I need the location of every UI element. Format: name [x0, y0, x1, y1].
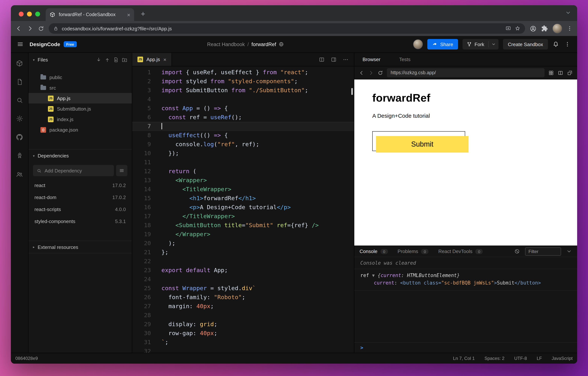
user-avatar[interactable] [413, 39, 423, 49]
close-window-button[interactable] [19, 12, 24, 16]
dependency-react[interactable]: react17.0.2 [29, 179, 132, 191]
code-line-24[interactable]: 24 [132, 275, 354, 284]
back-button[interactable] [15, 25, 22, 32]
live-users-icon[interactable] [16, 171, 23, 178]
tab-close-icon[interactable]: × [127, 12, 130, 17]
editor-tab-close-icon[interactable]: × [163, 56, 166, 62]
cursor-position[interactable]: Ln 7, Col 1 [453, 356, 475, 361]
preview-url-bar[interactable]: https://ozkzg.csb.app/ [387, 68, 545, 77]
deployment-rocket-icon[interactable] [16, 152, 23, 159]
new-tab-button[interactable]: + [139, 9, 147, 19]
code-line-28[interactable]: 28 [132, 311, 354, 320]
github-icon[interactable] [16, 133, 23, 141]
dependency-styled-components[interactable]: styled-components5.3.1 [29, 215, 132, 227]
code-line-4[interactable]: 4 [132, 95, 354, 104]
code-line-15[interactable]: 15 <h1>forwardRef</h1> [132, 194, 354, 203]
preview-settings-icon[interactable] [548, 70, 554, 76]
extensions-puzzle-icon[interactable] [541, 25, 548, 32]
collapse-console-chevron-icon[interactable] [566, 249, 572, 254]
code-line-26[interactable]: 26 font-family: "Roboto"; [132, 293, 354, 302]
public-globe-icon[interactable] [279, 42, 284, 47]
upload-files-icon[interactable] [105, 57, 110, 63]
new-file-icon[interactable] [113, 57, 119, 63]
bookmark-star-icon[interactable] [514, 25, 521, 32]
breadcrumb-parent[interactable]: React Handbook [207, 41, 245, 47]
split-view-icon[interactable] [558, 70, 563, 76]
preview-forward-icon[interactable] [368, 70, 374, 76]
download-files-icon[interactable] [96, 57, 102, 63]
code-line-23[interactable]: 23export default App; [132, 266, 354, 275]
user-circle-icon[interactable] [530, 25, 537, 32]
create-sandbox-button[interactable]: Create Sandbox [503, 39, 548, 49]
sandbox-title[interactable]: forwardRef [252, 41, 276, 47]
header-more-icon[interactable] [564, 41, 571, 47]
code-line-8[interactable]: 8 useEffect(() => { [132, 131, 354, 140]
problems-tab[interactable]: Problems 0 [398, 249, 429, 254]
split-editor-icon[interactable] [319, 56, 325, 62]
console-log-entry[interactable]: ref ▼ {current: HTMLButtonElement} curre… [354, 269, 577, 290]
code-line-14[interactable]: 14 <TitleWrapper> [132, 185, 354, 194]
code-line-31[interactable]: 31`; [132, 338, 354, 347]
code-line-5[interactable]: 5const App = () => { [132, 104, 354, 113]
dependency-react-scripts[interactable]: react-scripts4.0.0 [29, 203, 132, 215]
code-line-2[interactable]: 2import styled from "styled-components"; [132, 77, 354, 86]
file-item-SubmitButton.js[interactable]: JSSubmitButton.js [29, 103, 132, 114]
language-mode[interactable]: JavaScript [552, 356, 573, 361]
open-in-new-window-icon[interactable] [567, 70, 573, 76]
console-prompt[interactable]: > [354, 342, 577, 353]
code-area[interactable]: 1import { useRef, useEffect } from "reac… [132, 66, 354, 353]
fork-dropdown-chevron-icon[interactable] [489, 42, 498, 46]
clear-console-icon[interactable] [514, 249, 520, 254]
address-bar[interactable]: codesandbox.io/s/forwardref-ozkzg?file=/… [49, 23, 525, 34]
file-item-src[interactable]: src [29, 82, 132, 93]
code-line-10[interactable]: 10 }); [132, 149, 354, 158]
code-line-16[interactable]: 16 <p>A Design+Code tutorial</p> [132, 203, 354, 212]
file-item-package.json[interactable]: {}package.json [29, 124, 132, 135]
code-line-7[interactable]: 7 [132, 122, 354, 131]
new-folder-icon[interactable] [122, 57, 127, 63]
expand-object-caret-icon[interactable]: ▼ [372, 272, 375, 279]
code-line-22[interactable]: 22 [132, 257, 354, 266]
preview-back-icon[interactable] [359, 70, 364, 76]
code-line-27[interactable]: 27 margin: 40px; [132, 302, 354, 311]
code-line-25[interactable]: 25const Wrapper = styled.div` [132, 284, 354, 293]
code-line-3[interactable]: 3import SubmitButton from "./SubmitButto… [132, 86, 354, 95]
zoom-window-button[interactable] [35, 12, 40, 16]
file-item-public[interactable]: public [29, 72, 132, 82]
dependencies-caret-icon[interactable]: ▾ [33, 154, 35, 158]
external-resources-caret-icon[interactable]: ▸ [33, 245, 35, 249]
file-item-App.js[interactable]: JSApp.js [29, 93, 132, 103]
browser-menu-icon[interactable] [567, 25, 573, 32]
install-app-icon[interactable] [505, 25, 511, 32]
notifications-bell-icon[interactable] [552, 41, 559, 48]
minimize-window-button[interactable] [27, 12, 32, 16]
code-line-19[interactable]: 19 </Wrapper> [132, 230, 354, 239]
react-devtools-tab[interactable]: React DevTools 0 [438, 249, 483, 254]
add-dependency-input[interactable]: Add Dependency [33, 165, 114, 176]
eol-type[interactable]: LF [537, 356, 542, 361]
preview-reload-icon[interactable] [378, 70, 383, 76]
code-line-32[interactable]: 32 [132, 347, 354, 353]
reload-button[interactable] [38, 25, 44, 32]
code-line-20[interactable]: 20 ); [132, 239, 354, 248]
file-explorer-icon[interactable] [16, 78, 23, 86]
share-button[interactable]: Share [428, 39, 458, 49]
code-line-9[interactable]: 9 console.log("ref", ref); [132, 140, 354, 149]
dependency-react-dom[interactable]: react-dom17.0.2 [29, 191, 132, 203]
settings-gear-icon[interactable] [16, 115, 23, 122]
indentation[interactable]: Spaces: 2 [484, 356, 504, 361]
code-line-30[interactable]: 30 row-gap: 40px; [132, 329, 354, 338]
code-line-6[interactable]: 6 const ref = useRef(); [132, 113, 354, 122]
fork-button[interactable]: Fork [462, 39, 498, 49]
code-line-12[interactable]: 12 return ( [132, 167, 354, 176]
sandbox-cube-icon[interactable] [16, 60, 23, 67]
encoding[interactable]: UTF-8 [514, 356, 527, 361]
code-line-18[interactable]: 18 <SubmitButton title="Submit" ref={ref… [132, 221, 354, 230]
code-line-17[interactable]: 17 </TitleWrapper> [132, 212, 354, 221]
files-header[interactable]: ▾ Files [29, 53, 132, 67]
menu-hamburger-icon[interactable] [17, 41, 24, 48]
tab-browser[interactable]: Browser [363, 57, 380, 62]
site-info-lock-icon[interactable] [53, 26, 58, 31]
dependencies-header[interactable]: ▾ Dependencies [29, 149, 132, 162]
forward-button[interactable] [27, 25, 33, 32]
